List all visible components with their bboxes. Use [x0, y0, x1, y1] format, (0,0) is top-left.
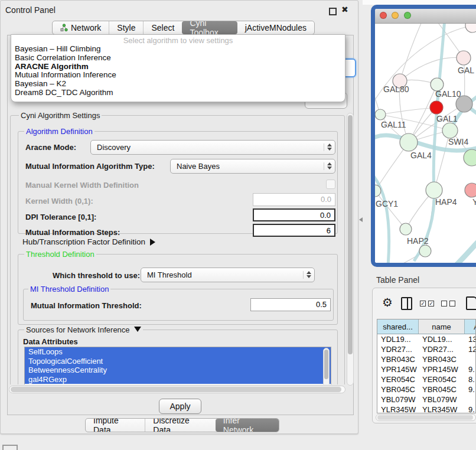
- hub-transcription-factor-label: Hub/Transcription Factor Definition: [22, 237, 145, 246]
- network-node[interactable]: [430, 101, 443, 114]
- close-icon[interactable]: ✖: [341, 5, 348, 14]
- table-row[interactable]: YPR145WYPR145W9.: [377, 364, 475, 374]
- table-cell: 12: [465, 344, 476, 354]
- zoom-traffic-light-icon[interactable]: [404, 12, 411, 19]
- tab-infer-network[interactable]: Infer Network: [216, 419, 279, 432]
- close-traffic-light-icon[interactable]: [380, 12, 387, 19]
- column-header-shared[interactable]: shared...: [377, 319, 419, 334]
- hub-transcription-factor-expander[interactable]: Hub/Transcription Factor Definition: [22, 237, 155, 246]
- tab-impute-data[interactable]: Impute Data: [86, 419, 145, 432]
- algorithm-option-basic-correlation-inference[interactable]: Basic Correlation Inference: [14, 54, 343, 63]
- table-cell: YLR345W: [377, 405, 419, 413]
- tab-jactivemnodules[interactable]: jActiveMNodules: [237, 21, 314, 34]
- table-cell: YBR045C: [419, 384, 465, 394]
- mi-algorithm-type-combo[interactable]: Naive Bayes: [170, 159, 335, 174]
- algorithm-option-list: Bayesian – Hill ClimbingBasic Correlatio…: [14, 45, 343, 97]
- network-node-hap4[interactable]: [426, 182, 442, 198]
- table-body: YDL19...YDL19...13YDR27...YDR27...12YBR0…: [377, 334, 475, 413]
- sources-legend[interactable]: Sources for Network Inference: [24, 325, 143, 334]
- network-canvas[interactable]: GALGAL80GAL10GAL1GAL11GAL4SWI4GCY1HAP4YH…: [375, 24, 476, 263]
- aracne-mode-combo[interactable]: Discovery: [90, 140, 335, 155]
- mi-algorithm-type-value: Naive Bayes: [171, 162, 324, 171]
- algorithm-definition-group: Algorithm Definition Aracne Mode: Discov…: [18, 131, 338, 234]
- mi-steps-field[interactable]: 6: [253, 224, 335, 237]
- attribute-item-topologicalcoefficient[interactable]: TopologicalCoefficient: [25, 357, 331, 366]
- table-horizontal-scrollbar[interactable]: [376, 414, 476, 421]
- network-node-hap2[interactable]: [400, 223, 412, 235]
- which-threshold-combo[interactable]: MI Threshold: [141, 268, 315, 282]
- settings-horizontal-scrollbar[interactable]: [9, 386, 345, 393]
- settings-vertical-scrollbar[interactable]: [347, 113, 354, 386]
- table-row[interactable]: YDR27...YDR27...12: [377, 344, 475, 354]
- network-node-y[interactable]: [465, 183, 476, 197]
- table-cell: [465, 394, 476, 405]
- table-settings-gear-icon[interactable]: ⚙: [382, 296, 393, 308]
- algorithm-option-bayesian-k2[interactable]: Bayesian – K2: [14, 80, 343, 89]
- network-view-window[interactable]: GALGAL80GAL10GAL1GAL11GAL4SWI4GCY1HAP4YH…: [371, 5, 476, 267]
- network-node[interactable]: [456, 96, 472, 112]
- network-node-gal1[interactable]: [442, 123, 458, 138]
- table-row[interactable]: YDL19...YDL19...13: [377, 334, 475, 344]
- network-node[interactable]: [419, 245, 431, 257]
- algorithm-option-mutual-information-inference[interactable]: Mutual Information Inference: [14, 71, 343, 80]
- apply-button-label: Apply: [169, 402, 190, 411]
- tab-discretize-data[interactable]: Discretize Data: [145, 419, 216, 432]
- table-row[interactable]: YER054CYER054C8.: [377, 374, 475, 384]
- network-node[interactable]: [465, 24, 476, 32]
- panel-splitter-collapse-icon[interactable]: [359, 217, 363, 222]
- dpi-tolerance-field[interactable]: 0.0: [253, 208, 335, 221]
- select-all-checkbox-icon[interactable]: ✓: [420, 301, 426, 306]
- column-visibility-icon[interactable]: [401, 297, 412, 310]
- table-cell: YPR145W: [377, 364, 419, 374]
- application-root: Control Panel ✖ NetworkStyleSelectCyni T…: [0, 0, 476, 450]
- attribute-list-scrollbar[interactable]: [323, 348, 330, 384]
- select-all-checkbox-icon[interactable]: ✓: [428, 301, 434, 306]
- float-window-icon[interactable]: [329, 8, 337, 15]
- minimize-traffic-light-icon[interactable]: [392, 12, 399, 19]
- deselect-all-checkbox-icon[interactable]: [441, 301, 447, 306]
- attribute-item-gal4rgexp[interactable]: gal4RGexp: [25, 375, 331, 384]
- manual-kernel-width-checkbox[interactable]: [326, 180, 335, 189]
- data-attributes-list[interactable]: SelfLoopsTopologicalCoefficientBetweenne…: [24, 347, 331, 384]
- table-row[interactable]: YBR045CYBR045C9.: [377, 384, 475, 394]
- network-node-gal[interactable]: [457, 51, 471, 65]
- network-node-gal4[interactable]: [400, 133, 418, 151]
- cyni-algorithm-settings-group: Cyni Algorithm Settings Algorithm Defini…: [10, 115, 345, 384]
- attribute-item-selfloops[interactable]: SelfLoops: [25, 347, 331, 357]
- node-attribute-table[interactable]: shared...nameA YDL19...YDL19...13YDR27..…: [377, 319, 476, 413]
- kernel-width-label: Kernel Width (0,1):: [25, 197, 93, 206]
- node-label-gal1: GAL1: [436, 114, 458, 123]
- tab-cyni-toolbox[interactable]: Cyni Toolbox: [182, 21, 237, 34]
- table-cell: YBR045C: [377, 384, 419, 394]
- mi-threshold-label: Mutual Information Threshold:: [31, 301, 142, 310]
- algorithm-option-dream8-dc-tdc-algorithm[interactable]: Dream8 DC_TDC Algorithm: [14, 89, 343, 97]
- tab-select[interactable]: Select: [143, 21, 182, 34]
- table-row[interactable]: YBL079WYBL079W: [377, 394, 475, 405]
- table-cell: YBR043C: [377, 354, 419, 364]
- apply-button[interactable]: Apply: [159, 399, 201, 414]
- network-window-titlebar[interactable]: [375, 9, 476, 24]
- mi-threshold-field[interactable]: 0.5: [250, 298, 331, 311]
- deselect-all-checkbox-icon[interactable]: [449, 301, 455, 306]
- sources-group: Sources for Network Inference Data Attri…: [18, 330, 338, 384]
- document-icon[interactable]: [466, 296, 476, 310]
- attribute-item-betweennesscentrality[interactable]: BetweennessCentrality: [25, 366, 331, 375]
- dpi-tolerance-label: DPI Tolerance [0,1]:: [25, 213, 96, 221]
- node-label-gal: GAL: [458, 66, 474, 75]
- table-row[interactable]: YLR345WYLR345W9.: [377, 405, 475, 413]
- network-graph: GALGAL80GAL10GAL1GAL11GAL4SWI4GCY1HAP4YH…: [375, 24, 476, 263]
- kernel-width-field[interactable]: 0.0: [253, 193, 335, 206]
- tab-network[interactable]: Network: [53, 21, 109, 34]
- tab-style[interactable]: Style: [109, 21, 143, 34]
- algorithm-option-bayesian-hill-climbing[interactable]: Bayesian – Hill Climbing: [14, 45, 343, 54]
- minimized-panel-icon[interactable]: [2, 445, 18, 450]
- table-cell: 9.: [465, 364, 476, 374]
- algorithm-option-aracne-algorithm[interactable]: ARACNE Algorithm: [14, 63, 343, 71]
- expander-down-icon: [134, 327, 141, 332]
- column-header-name[interactable]: name: [419, 319, 465, 334]
- table-row[interactable]: YBR043CYBR043C: [377, 354, 475, 364]
- network-node-gal11[interactable]: [375, 109, 386, 120]
- algorithm-dropdown-popup: Select algorithm to view settings Bayesi…: [11, 34, 345, 102]
- node-label-gal11: GAL11: [381, 120, 406, 129]
- column-header-a[interactable]: A: [465, 319, 476, 334]
